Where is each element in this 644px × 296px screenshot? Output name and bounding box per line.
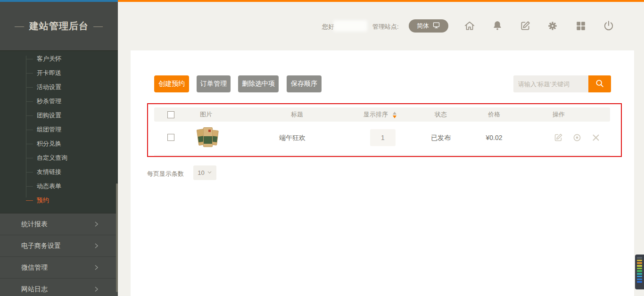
sidebar-item-activity-settings[interactable]: 活动设置 (0, 80, 118, 94)
chevron-right-icon (93, 264, 99, 272)
row-title: 端午狂欢 (279, 129, 305, 146)
page-size-label: 每页显示条数 (147, 170, 184, 178)
widget-stripe (637, 262, 642, 264)
search-icon (594, 78, 605, 90)
browser-extension-widget[interactable] (635, 255, 644, 289)
bell-icon[interactable] (491, 20, 504, 32)
row-divider (154, 155, 610, 156)
sidebar-item-group-manage[interactable]: 组团管理 (0, 123, 118, 137)
sidebar-item-reservation[interactable]: 预约 (0, 193, 118, 207)
search-input[interactable] (513, 75, 588, 92)
widget-stripe (637, 273, 642, 275)
preview-icon[interactable] (572, 132, 582, 143)
home-icon[interactable] (463, 20, 476, 32)
username-blurred (333, 20, 367, 32)
sidebar-item-customer-care[interactable]: 客户关怀 (0, 52, 118, 66)
widget-stripe (637, 257, 642, 259)
search-button[interactable] (588, 75, 611, 92)
sidebar-section-statistics[interactable]: 统计报表 (0, 213, 118, 235)
widget-stripe (637, 279, 642, 280)
row-checkbox[interactable] (167, 134, 174, 141)
delete-icon[interactable] (591, 132, 601, 143)
section-label: 统计报表 (21, 220, 48, 229)
widget-stripe (637, 265, 642, 267)
sidebar-sections: 统计报表 电子商务设置 微信管理 网站日志 (0, 213, 118, 296)
sort-down-arrow (393, 115, 396, 118)
page-size-value: 10 (198, 169, 204, 176)
sidebar-item-group-buy[interactable]: 团购设置 (0, 108, 118, 123)
chevron-right-icon (93, 221, 99, 229)
widget-stripe (637, 270, 642, 272)
column-header-status: 状态 (435, 107, 447, 122)
sidebar-scrollbar-thumb[interactable] (116, 183, 118, 292)
sidebar-section-site-logs[interactable]: 网站日志 (0, 278, 118, 296)
sidebar-section-wechat[interactable]: 微信管理 (0, 256, 118, 278)
row-sort-input[interactable] (370, 129, 396, 146)
section-label: 电子商务设置 (21, 242, 61, 250)
row-status: 已发布 (431, 129, 451, 146)
save-order-button[interactable]: 保存顺序 (287, 75, 322, 92)
widget-stripe (637, 260, 642, 262)
sidebar-item-flash-sale[interactable]: 秒杀管理 (0, 94, 118, 108)
sidebar-item-dynamic-forms[interactable]: 动态表单 (0, 179, 118, 193)
app-logo: — 建站管理后台 — (0, 2, 118, 50)
gear-icon[interactable] (546, 20, 559, 32)
sort-toggle-icon[interactable] (393, 112, 397, 118)
sidebar-section-ecommerce[interactable]: 电子商务设置 (0, 235, 118, 256)
edit-icon[interactable] (553, 132, 563, 143)
section-label: 微信管理 (21, 263, 48, 272)
delete-selected-button[interactable]: 删除选中项 (238, 75, 279, 92)
section-label: 网站日志 (21, 285, 48, 294)
compose-icon[interactable] (519, 20, 531, 32)
select-all-checkbox[interactable] (167, 111, 174, 118)
widget-stripe (637, 281, 642, 283)
widget-stripe (637, 268, 642, 270)
product-thumbnail (198, 126, 219, 148)
greeting-text: 您好 (322, 23, 334, 31)
topbar-orange-strip (118, 0, 644, 2)
chevron-right-icon (93, 286, 99, 294)
sidebar-item-points-exchange[interactable]: 积分兑换 (0, 137, 118, 151)
column-header-price: 价格 (488, 107, 500, 122)
page-size-select[interactable]: 10 (193, 165, 216, 180)
sidebar-item-friend-links[interactable]: 友情链接 (0, 165, 118, 179)
site-selector-label: 简体 (417, 22, 429, 30)
row-price: ¥0.02 (486, 129, 502, 146)
sidebar-item-card-gift[interactable]: 开卡即送 (0, 66, 118, 80)
column-header-actions: 操作 (553, 107, 565, 122)
power-icon[interactable] (603, 20, 615, 32)
sidebar-item-custom-query[interactable]: 自定义查询 (0, 151, 118, 165)
admin-page: — 建站管理后台 — 客户关怀 开卡即送 活动设置 秒杀管理 团购设置 组团管理… (0, 0, 644, 296)
chevron-right-icon (93, 243, 99, 250)
app-title: 建站管理后台 (29, 20, 89, 33)
apps-icon[interactable] (575, 20, 587, 32)
create-reservation-button[interactable]: 创建预约 (154, 75, 189, 92)
logo-dash-right: — (93, 21, 103, 32)
sort-up-arrow (393, 112, 396, 115)
chevron-down-icon (207, 169, 212, 176)
sidebar: — 建站管理后台 — 客户关怀 开卡即送 活动设置 秒杀管理 团购设置 组团管理… (0, 2, 118, 296)
order-manage-button[interactable]: 订单管理 (197, 75, 231, 92)
column-header-image: 图片 (200, 107, 212, 122)
site-label: 管理站点: (372, 23, 399, 31)
sidebar-submenu: 客户关怀 开卡即送 活动设置 秒杀管理 团购设置 组团管理 积分兑换 自定义查询… (0, 50, 118, 213)
column-header-title: 标题 (291, 107, 303, 122)
column-header-sort: 显示排序 (363, 107, 388, 122)
widget-stripe (637, 276, 642, 278)
logo-dash-left: — (15, 21, 25, 32)
monitor-icon (432, 21, 440, 31)
site-selector-button[interactable]: 简体 (409, 19, 448, 33)
